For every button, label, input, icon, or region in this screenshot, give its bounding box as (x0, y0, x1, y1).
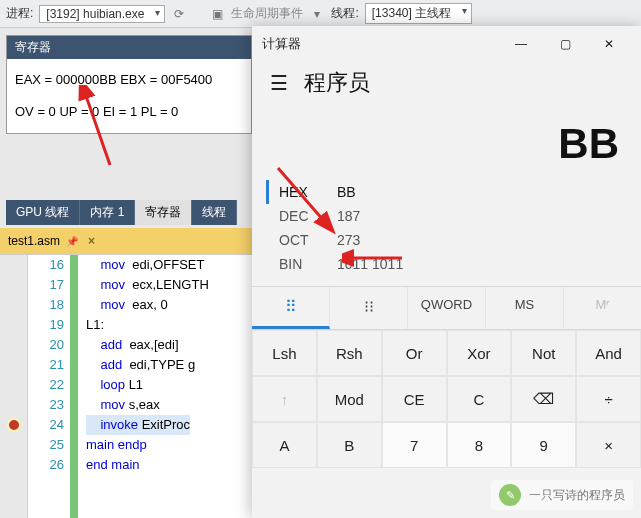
registers-title: 寄存器 (7, 36, 251, 59)
key-or[interactable]: Or (382, 330, 447, 376)
breakpoint-icon[interactable] (7, 418, 21, 432)
key-mod[interactable]: Mod (317, 376, 382, 422)
keypad-mode-icon[interactable]: ⠿ (252, 287, 330, 329)
change-marker-gutter (70, 255, 78, 518)
key-[interactable]: ⌫ (511, 376, 576, 422)
base-bin-value: 1011 1011 (337, 256, 403, 272)
watermark: ✎ 一只写诗的程序员 (491, 480, 633, 510)
base-bin[interactable]: BIN 1011 1011 (266, 252, 627, 276)
hamburger-icon[interactable]: ☰ (270, 71, 288, 95)
dropdown-icon[interactable]: ▾ (309, 6, 325, 22)
line-number: 24 (28, 415, 64, 435)
memory-store-button[interactable]: MS (486, 287, 564, 329)
registers-line1: EAX = 000000BB EBX = 00F5400 (15, 69, 243, 91)
key-[interactable]: ÷ (576, 376, 641, 422)
code-line[interactable]: mov s,eax (86, 395, 252, 415)
line-number: 22 (28, 375, 64, 395)
key-not[interactable]: Not (511, 330, 576, 376)
base-hex[interactable]: HEX BB (266, 180, 627, 204)
code-line[interactable]: mov eax, 0 (86, 295, 252, 315)
memory-recall-button[interactable]: Mʳ (564, 287, 641, 329)
panel-tab[interactable]: GPU 线程 (6, 200, 80, 225)
base-dec-value: 187 (337, 208, 360, 224)
line-number-gutter: 1617181920212223242526 (28, 255, 70, 518)
file-tab[interactable]: test1.asm 📌 × (0, 230, 103, 252)
calculator-mode-row: ☰ 程序员 (252, 62, 641, 106)
key-rsh[interactable]: Rsh (317, 330, 382, 376)
close-icon[interactable]: × (88, 234, 95, 248)
word-size-button[interactable]: QWORD (408, 287, 486, 329)
key-[interactable]: ↑ (252, 376, 317, 422)
watermark-logo-icon: ✎ (499, 484, 521, 506)
line-number: 26 (28, 455, 64, 475)
base-dec-label: DEC (279, 208, 319, 224)
base-hex-value: BB (337, 184, 356, 200)
code-line[interactable]: invoke ExitProc (86, 415, 252, 435)
key-c[interactable]: C (447, 376, 512, 422)
base-list: HEX BB DEC 187 OCT 273 BIN 1011 1011 (252, 176, 641, 286)
line-number: 20 (28, 335, 64, 355)
thread-dropdown[interactable]: [13340] 主线程 (365, 3, 472, 24)
pin-icon[interactable]: 📌 (66, 236, 78, 247)
code-line[interactable]: mov ecx,LENGTH (86, 275, 252, 295)
base-oct-value: 273 (337, 232, 360, 248)
line-number: 17 (28, 275, 64, 295)
mode-label: 程序员 (304, 68, 370, 98)
base-bin-label: BIN (279, 256, 319, 272)
base-hex-label: HEX (279, 184, 319, 200)
line-number: 25 (28, 435, 64, 455)
close-button[interactable]: ✕ (587, 29, 631, 59)
calculator-title: 计算器 (262, 35, 301, 53)
code-line[interactable]: main endp (86, 435, 252, 455)
panel-tab-row: GPU 线程内存 1寄存器线程 (6, 200, 237, 225)
lifecycle-icon[interactable]: ▣ (209, 6, 225, 22)
thread-label: 线程: (331, 5, 358, 22)
key-[interactable]: × (576, 422, 641, 468)
bit-toggle-mode-icon[interactable]: ⁝⁝ (330, 287, 408, 329)
base-dec[interactable]: DEC 187 (266, 204, 627, 228)
maximize-button[interactable]: ▢ (543, 29, 587, 59)
process-label: 进程: (6, 5, 33, 22)
panel-tab[interactable]: 内存 1 (80, 200, 135, 225)
calculator-display: BB (252, 106, 641, 176)
key-and[interactable]: And (576, 330, 641, 376)
key-ce[interactable]: CE (382, 376, 447, 422)
code-body[interactable]: mov edi,OFFSET mov ecx,LENGTH mov eax, 0… (78, 255, 252, 518)
base-oct-label: OCT (279, 232, 319, 248)
line-number: 18 (28, 295, 64, 315)
code-editor[interactable]: 1617181920212223242526 mov edi,OFFSET mo… (0, 254, 252, 518)
line-number: 21 (28, 355, 64, 375)
registers-line2: OV = 0 UP = 0 EI = 1 PL = 0 (15, 101, 243, 123)
code-line[interactable]: end main (86, 455, 252, 475)
refresh-icon[interactable]: ⟳ (171, 6, 187, 22)
registers-body: EAX = 000000BB EBX = 00F5400 OV = 0 UP =… (7, 59, 251, 133)
key-xor[interactable]: Xor (447, 330, 512, 376)
breakpoint-gutter[interactable] (0, 255, 28, 518)
process-dropdown[interactable]: [3192] huibian.exe (39, 5, 165, 23)
calc-toolbar: ⠿ ⁝⁝ QWORD MS Mʳ (252, 286, 641, 330)
registers-panel: 寄存器 EAX = 000000BB EBX = 00F5400 OV = 0 … (6, 35, 252, 134)
calculator-titlebar[interactable]: 计算器 — ▢ ✕ (252, 26, 641, 62)
base-oct[interactable]: OCT 273 (266, 228, 627, 252)
keypad: LshRshOrXorNotAnd↑ModCEC⌫÷AB789× (252, 330, 641, 468)
line-number: 23 (28, 395, 64, 415)
panel-tab[interactable]: 寄存器 (135, 200, 192, 225)
key-lsh[interactable]: Lsh (252, 330, 317, 376)
file-tab-name: test1.asm (8, 234, 60, 248)
line-number: 19 (28, 315, 64, 335)
line-number: 16 (28, 255, 64, 275)
code-line[interactable]: add eax,[edi] (86, 335, 252, 355)
code-line[interactable]: add edi,TYPE g (86, 355, 252, 375)
code-line[interactable]: mov edi,OFFSET (86, 255, 252, 275)
key-a[interactable]: A (252, 422, 317, 468)
calculator-window: 计算器 — ▢ ✕ ☰ 程序员 BB HEX BB DEC 187 OCT 27… (252, 26, 641, 518)
file-tab-bar: test1.asm 📌 × (0, 228, 252, 254)
minimize-button[interactable]: — (499, 29, 543, 59)
panel-tab[interactable]: 线程 (192, 200, 237, 225)
code-line[interactable]: L1: (86, 315, 252, 335)
key-7[interactable]: 7 (382, 422, 447, 468)
key-b[interactable]: B (317, 422, 382, 468)
key-8[interactable]: 8 (447, 422, 512, 468)
code-line[interactable]: loop L1 (86, 375, 252, 395)
key-9[interactable]: 9 (511, 422, 576, 468)
